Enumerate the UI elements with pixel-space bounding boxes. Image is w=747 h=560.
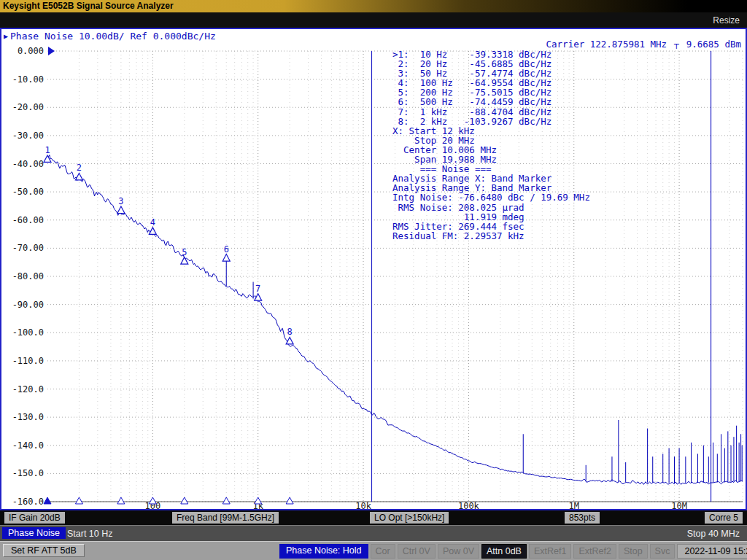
trace-header: ▶ Phase Noise 10.00dB/ Ref 0.000dBc/Hz bbox=[4, 31, 216, 42]
marker-7-label: 7 bbox=[255, 284, 260, 294]
svg-text:-140.0: -140.0 bbox=[12, 440, 44, 451]
sweep-stop-readout: Stop 40 MHz bbox=[687, 529, 740, 539]
freq-band-setting: Freq Band [99M-1.5GHz] bbox=[172, 512, 279, 524]
status-bar: Set RF ATT 5dB Phase Noise: Hold CorCtrl… bbox=[0, 541, 747, 560]
phase-noise-trace-window: 0.000-10.00-20.00-30.00-40.00-50.00-60.0… bbox=[0, 28, 747, 510]
marker-2-triangle-icon[interactable] bbox=[75, 173, 82, 180]
if-gain-setting: IF Gain 20dB bbox=[4, 512, 65, 524]
marker-7-triangle-icon[interactable] bbox=[255, 294, 262, 301]
level-marker-icon: ┬ bbox=[674, 39, 679, 49]
resize-button[interactable]: Resize bbox=[713, 15, 740, 26]
svg-text:-120.0: -120.0 bbox=[12, 384, 44, 394]
marker-8-label: 8 bbox=[287, 327, 293, 337]
active-window-frame bbox=[1, 28, 746, 510]
svg-text:10k: 10k bbox=[355, 501, 371, 510]
sweep-range-bar: Phase Noise Start 10 Hz Stop 40 MHz bbox=[0, 525, 747, 541]
marker-table: >1: 10 Hz -39.3318 dBc/Hz 2: 20 Hz -45.6… bbox=[392, 50, 590, 241]
indicator-extref1: ExtRef1 bbox=[529, 544, 571, 559]
svg-text:1M: 1M bbox=[569, 501, 579, 510]
marker-2-label: 2 bbox=[77, 163, 82, 173]
svg-text:-110.0: -110.0 bbox=[12, 356, 44, 366]
marker-6-axis-triangle-icon bbox=[222, 497, 230, 504]
active-trace-pointer-icon: ▶ bbox=[4, 31, 8, 41]
indicator-ctrl-0v: Ctrl 0V bbox=[398, 544, 436, 559]
status-indicator-group: Phase Noise: Hold CorCtrl 0VPow 0VAttn 0… bbox=[279, 544, 744, 559]
marker-6-triangle-icon[interactable] bbox=[222, 254, 230, 262]
indicator-list: CorCtrl 0VPow 0VAttn 0dBExtRef1ExtRef2St… bbox=[371, 544, 676, 559]
svg-text:-60.00: -60.00 bbox=[12, 215, 44, 225]
app-title: Keysight E5052B Signal Source Analyzer bbox=[3, 1, 174, 11]
svg-text:-70.00: -70.00 bbox=[12, 243, 44, 253]
svg-text:-150.0: -150.0 bbox=[12, 468, 44, 478]
svg-text:-100.0: -100.0 bbox=[12, 327, 44, 338]
sweep-start-readout: Start 10 Hz bbox=[67, 529, 113, 539]
marker-3-axis-triangle-icon bbox=[117, 497, 125, 504]
indicator-stop: Stop bbox=[619, 544, 648, 559]
marker-1-label: 1 bbox=[44, 145, 50, 155]
carrier-frequency: Carrier 122.875981 MHz bbox=[546, 39, 667, 50]
indicator-cor: Cor bbox=[371, 544, 395, 559]
marker-5-triangle-icon[interactable] bbox=[181, 257, 188, 265]
marker-5-axis-triangle-icon bbox=[181, 497, 188, 504]
svg-text:-40.00: -40.00 bbox=[12, 159, 44, 169]
svg-text:-160.0: -160.0 bbox=[12, 497, 44, 507]
y-axis-labels: 0.000-10.00-20.00-30.00-40.00-50.00-60.0… bbox=[12, 46, 44, 507]
datetime-readout: 2022-11-09 15:24 bbox=[677, 544, 747, 559]
carrier-power: 9.6685 dBm bbox=[686, 39, 741, 50]
indicator-svc: Svc bbox=[650, 544, 676, 559]
measurement-status: Phase Noise: Hold bbox=[279, 544, 368, 559]
sweep-points-setting: 853pts bbox=[565, 512, 600, 524]
indicator-pow-0v: Pow 0V bbox=[438, 544, 479, 559]
marker-1-axis-triangle-icon bbox=[44, 497, 51, 504]
marker-2-axis-triangle-icon bbox=[75, 497, 82, 504]
instrument-screen: Keysight E5052B Signal Source Analyzer R… bbox=[0, 0, 747, 560]
svg-text:-50.00: -50.00 bbox=[12, 187, 44, 197]
svg-text:-30.00: -30.00 bbox=[12, 131, 44, 141]
indicator-extref2: ExtRef2 bbox=[573, 544, 616, 559]
correlation-setting: Corre 5 bbox=[705, 512, 743, 524]
marker-8-triangle-icon[interactable] bbox=[286, 337, 293, 344]
phase-noise-plot[interactable]: 0.000-10.00-20.00-30.00-40.00-50.00-60.0… bbox=[0, 28, 747, 510]
marker-3-label: 3 bbox=[118, 196, 123, 206]
svg-text:0.000: 0.000 bbox=[18, 46, 44, 56]
svg-text:-90.00: -90.00 bbox=[12, 300, 44, 310]
reference-level-pointer-icon bbox=[48, 47, 55, 55]
svg-text:-20.00: -20.00 bbox=[12, 102, 44, 112]
measurement-settings-bar: IF Gain 20dB Freq Band [99M-1.5GHz] LO O… bbox=[0, 510, 747, 525]
marker-4-triangle-icon[interactable] bbox=[149, 228, 156, 235]
marker-4-label: 4 bbox=[150, 217, 155, 228]
svg-text:-80.00: -80.00 bbox=[12, 271, 44, 281]
title-bar: Keysight E5052B Signal Source Analyzer bbox=[0, 0, 747, 12]
indicator-attn-0db: Attn 0dB bbox=[481, 544, 527, 559]
svg-text:100k: 100k bbox=[458, 501, 480, 510]
markers[interactable]: 12345678 bbox=[44, 145, 293, 504]
lo-optimization-setting: LO Opt [>150kHz] bbox=[370, 512, 449, 524]
marker-3-triangle-icon[interactable] bbox=[117, 206, 125, 214]
marker-6-label: 6 bbox=[224, 244, 229, 254]
marker-8-axis-triangle-icon bbox=[286, 497, 293, 504]
svg-text:-10.00: -10.00 bbox=[12, 74, 44, 85]
measurement-mode-tab[interactable]: Phase Noise bbox=[2, 527, 66, 539]
trace-scale-label: Phase Noise 10.00dB/ Ref 0.000dBc/Hz bbox=[10, 31, 216, 42]
svg-text:10M: 10M bbox=[671, 501, 687, 510]
svg-text:-130.0: -130.0 bbox=[12, 412, 44, 422]
marker-5-label: 5 bbox=[182, 247, 187, 257]
menu-strip: Resize bbox=[0, 12, 747, 28]
instrument-message: Set RF ATT 5dB bbox=[3, 544, 85, 557]
carrier-readout: Carrier 122.875981 MHz ┬ 9.6685 dBm bbox=[546, 39, 741, 50]
spur-lines bbox=[226, 260, 742, 483]
